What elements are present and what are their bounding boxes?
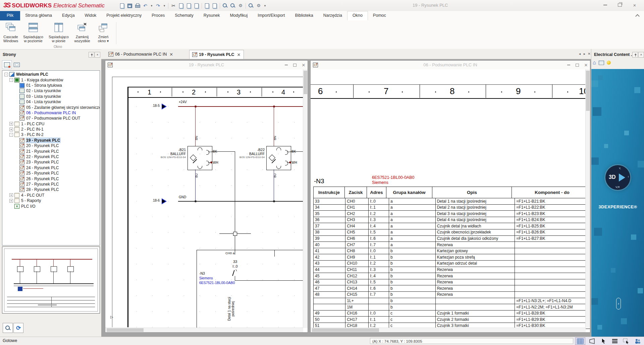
separator[interactable] — [220, 3, 220, 9]
frame-view-button[interactable] — [12, 60, 21, 69]
menu-tab[interactable]: Modyfikuj — [225, 11, 253, 20]
tree-expander-icon[interactable]: + — [9, 199, 13, 203]
scroll-tabs-left-icon[interactable]: ◂ — [578, 51, 582, 57]
source-arrow-icon[interactable] — [162, 198, 167, 204]
save-icon[interactable] — [127, 3, 132, 8]
table-row[interactable]: 46 CH13 I:.5 b Rezerwa — [314, 279, 590, 286]
tree-item[interactable]: 25 - Rysunek PLC — [2, 170, 100, 176]
scrollbar-thumb[interactable] — [304, 71, 307, 94]
lineweight-icon[interactable] — [610, 338, 620, 345]
tree-item[interactable]: - 3 - PLC IN-2 — [2, 132, 100, 137]
tree-item[interactable]: 27 - Rysunek PLC — [2, 182, 100, 187]
minimize-icon[interactable] — [566, 62, 571, 68]
table-row[interactable]: 50 CH17 I:.1 c Czujnik 2 formatki =F1+L1… — [314, 317, 590, 323]
separator[interactable] — [246, 3, 246, 9]
yellow-ball-icon[interactable] — [607, 61, 611, 65]
tree-expander-icon[interactable]: - — [9, 133, 13, 137]
table-row[interactable]: 44 CH11 I:.3 b Rezerwa — [314, 267, 590, 273]
horizontal-scrollbar[interactable] — [105, 328, 303, 332]
tree-item[interactable]: 21 - Rysunek PLC — [2, 148, 100, 154]
tree-item[interactable]: 02 - Lista rysunków — [2, 88, 100, 93]
book-view-button[interactable] — [2, 60, 12, 69]
table-row[interactable]: 41 CH8 I:.0 b Kartezjan gotowy — [314, 248, 590, 255]
wire-bn[interactable] — [195, 107, 196, 146]
close-panel-icon[interactable]: × — [95, 52, 100, 58]
sensor-label-block[interactable]: -B21 BALLUFF BOS 12M-PS-ID10-S4 — [148, 148, 186, 159]
selection-mode-icon[interactable] — [622, 338, 631, 345]
plc-block[interactable] — [197, 250, 308, 332]
table-row[interactable]: 49 CH16 I:.0 c Czujnik 1 formatki =F1+L1… — [314, 310, 590, 317]
menu-tab[interactable]: Strona główna — [20, 11, 57, 20]
paste-page-icon[interactable] — [212, 3, 217, 8]
scrollbar-thumb[interactable] — [312, 328, 379, 332]
table-row[interactable]: 36 CH3 I:.3 a Detal 4 na stacji |pośredn… — [314, 217, 590, 223]
minimize-icon[interactable] — [598, 1, 612, 9]
vertical-scrollbar[interactable] — [303, 69, 308, 328]
table-row[interactable]: 48 CH15 I:.7 b Rezerwa — [314, 292, 590, 298]
cascade-windows-button[interactable]: Cascade Windows — [1, 21, 20, 46]
table-row[interactable]: 40 CH7 I:.7 a Rezerwa — [314, 242, 590, 248]
scroll-pill[interactable]: z — [616, 298, 621, 309]
close-icon[interactable]: × — [627, 1, 642, 9]
tree-item[interactable]: 26 - Rysunek PLC — [2, 176, 100, 181]
scroll-tabs-right-icon[interactable]: ▸ — [582, 51, 587, 57]
tree-item[interactable]: 28 - Rysunek PLC — [2, 187, 100, 192]
tree-item[interactable]: 24 - Rysunek PLC — [2, 165, 100, 170]
tile-horizontally-button[interactable]: Sąsiadująco w poziomie — [21, 21, 46, 46]
tree-item[interactable]: + 1 - PLC CPU — [2, 121, 100, 127]
sensor-label-block[interactable]: -B22 BALLUFF BOS 12M-PS-ID10-S4 — [227, 148, 265, 159]
change-window-button[interactable]: Zmień okno ▾ — [94, 21, 113, 46]
tree-item[interactable]: + 2 - PLC IN-1 — [2, 127, 100, 132]
pin-icon[interactable] — [89, 52, 94, 58]
print-icon[interactable] — [135, 3, 140, 8]
doc-tab-drawing[interactable]: 19 - Rysunek PLC ✕ — [189, 50, 244, 59]
pin-icon[interactable] — [632, 52, 638, 58]
tree-expander-icon[interactable]: + — [9, 193, 13, 197]
tree-item[interactable]: 06 - Podsumowanie PLC IN — [2, 110, 100, 116]
tree-item[interactable]: - Webinarium PLC — [2, 72, 100, 77]
doc-tab-summary[interactable]: 06 - Podsumowanie PLC IN ✕ — [106, 50, 176, 59]
summary-canvas[interactable]: 6 7 8 9 10 -N3 6ES7521-1BL00-0AB0 Siemen… — [311, 69, 590, 332]
paste-icon[interactable] — [194, 3, 199, 8]
table-row[interactable]: 37 CH4 I:.4 a Czujnik detal |na widłach … — [314, 223, 590, 229]
tree-item[interactable]: 01 - Strona tytułowa — [2, 83, 100, 88]
table-row[interactable]: 42 CH9 I:.1 b Kartezjan poza strefą — [314, 254, 590, 261]
more-options-caret-icon[interactable]: ▾ — [264, 3, 266, 8]
table-row[interactable]: 1M b =F1+L1-N2:2M; =F1+L1-N3:2M — [314, 304, 590, 310]
menu-tab[interactable]: Pomoc — [368, 11, 391, 20]
cursor-mode-icon[interactable] — [599, 338, 608, 345]
menu-tab[interactable]: Plik — [0, 11, 20, 20]
table-row[interactable]: 35 CH2 I:.2 a Detal 3 na stacji |pośredn… — [314, 211, 590, 217]
grid-toggle-icon[interactable] — [575, 337, 585, 345]
wire-bn[interactable] — [274, 107, 274, 146]
tree-expander-icon[interactable]: - — [4, 73, 8, 76]
horizontal-scrollbar[interactable] — [311, 328, 586, 332]
menu-tab[interactable]: Edycja — [57, 11, 80, 20]
scrollbar-thumb[interactable] — [107, 328, 144, 332]
preview-zoom-button[interactable] — [3, 323, 13, 333]
tile-vertically-button[interactable]: Sąsiadująco w pionie — [46, 21, 71, 46]
tree-item[interactable]: - 1 - Księga dokumentów — [2, 77, 100, 82]
close-tab-icon[interactable]: ✕ — [237, 52, 241, 57]
menu-tab[interactable]: Rysunek — [199, 11, 225, 20]
tree-item[interactable]: + 5 - Raporty — [2, 198, 100, 203]
restore-icon[interactable] — [612, 1, 627, 9]
menu-tab[interactable]: Biblioteka — [290, 11, 318, 20]
schematic-window-titlebar[interactable]: 19 - Rysunek PLC ✕ — [105, 61, 308, 70]
table-row[interactable]: 1L+ b =F1+L1-N3:2L+; =F1+L1-N4.D — [314, 298, 590, 304]
source-arrow-icon[interactable] — [162, 104, 167, 110]
undo-icon[interactable]: ↶ — [143, 3, 148, 8]
redo-options-caret-icon[interactable]: ▾ — [163, 3, 166, 8]
separator[interactable] — [202, 3, 202, 9]
undo-options-caret-icon[interactable]: ▾ — [150, 3, 153, 8]
scrollbar-thumb[interactable] — [586, 71, 590, 111]
tree-item[interactable]: + 4 - PLC OUT — [2, 193, 100, 198]
tree-item[interactable]: 23 - Rysunek PLC — [2, 159, 100, 165]
cut-icon[interactable]: ✂ — [171, 3, 176, 8]
table-row[interactable]: 39 CH6 I:.6 a Czujnik detal dla |jakości… — [314, 236, 590, 242]
sensor-symbol[interactable] — [187, 146, 212, 170]
close-icon[interactable]: ✕ — [301, 62, 306, 68]
collapse-ribbon-icon[interactable] — [635, 13, 640, 18]
tree-item[interactable]: 03 - Lista rysunków — [2, 94, 100, 99]
collaboration-users-icon[interactable] — [633, 338, 642, 345]
